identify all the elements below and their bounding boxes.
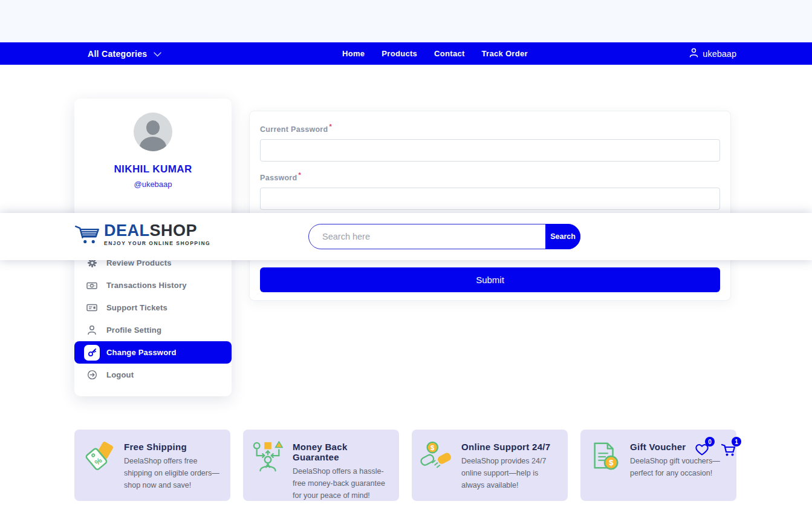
feature-title: Money Back Guarantee — [293, 442, 391, 462]
money-back-icon — [252, 437, 285, 494]
gift-voucher-icon: $ — [589, 437, 623, 494]
logo-wordmark: DEALSHOP — [104, 222, 210, 239]
user-icon — [84, 322, 100, 338]
wishlist-button[interactable]: 0 — [693, 440, 710, 457]
banknote-icon — [84, 278, 100, 293]
dealshop-logo[interactable]: DEALSHOP ENJOY YOUR ONLINE SHOPPING — [74, 222, 210, 249]
sidebar-item-label: Profile Setting — [106, 326, 161, 335]
feature-title: Free Shipping — [124, 442, 222, 452]
user-icon — [689, 48, 698, 59]
search-button[interactable]: Search — [545, 224, 580, 249]
current-password-field[interactable] — [260, 139, 720, 162]
avatar — [134, 113, 172, 151]
sidebar-item-label: Transactions History — [106, 281, 187, 290]
profile-name: NIKHIL KUMAR — [74, 163, 232, 175]
logo-text: DEALSHOP ENJOY YOUR ONLINE SHOPPING — [104, 222, 210, 246]
feature-text: DeelaShop gift vouchers—perfect for any … — [630, 455, 728, 479]
cart-button[interactable]: 1 — [720, 440, 737, 457]
required-asterisk: * — [329, 123, 332, 130]
support-icon: $ — [420, 437, 454, 494]
chevron-down-icon — [154, 49, 161, 59]
sidebar-item-label: Support Tickets — [106, 303, 167, 312]
current-password-label: Current Password* — [260, 125, 332, 134]
new-password-field[interactable] — [260, 188, 720, 210]
sidebar-item-transactions-history[interactable]: Transactions History — [74, 274, 232, 296]
required-asterisk: * — [298, 171, 301, 178]
search-bar: Search — [308, 224, 580, 249]
heart-icon — [693, 449, 710, 459]
cart-logo-icon — [74, 222, 101, 249]
nav-link-track-order[interactable]: Track Order — [482, 49, 528, 58]
profile-handle: @ukebaap — [74, 180, 232, 189]
all-categories-label: All Categories — [88, 49, 147, 59]
feature-card-free-shipping: % Free Shipping DeelaShop offers free sh… — [74, 430, 230, 501]
submit-button[interactable]: Submit — [260, 267, 720, 292]
main-navbar: All Categories Home Products Contact Tra… — [0, 42, 812, 65]
sidebar-item-label: Logout — [106, 370, 134, 379]
all-categories-dropdown[interactable]: All Categories — [88, 42, 161, 65]
feature-text: DeelaShop offers free shipping on eligib… — [124, 455, 222, 491]
sidebar-item-label: Change Password — [106, 348, 177, 357]
nav-link-home[interactable]: Home — [342, 49, 365, 58]
sidebar-item-profile-setting[interactable]: Profile Setting — [74, 319, 232, 341]
discount-tags-icon: % — [83, 437, 117, 494]
feature-title: Online Support 24/7 — [461, 442, 559, 452]
logout-icon — [84, 367, 100, 383]
nav-link-products[interactable]: Products — [382, 49, 417, 58]
wishlist-count-badge: 0 — [705, 437, 715, 447]
cart-icon — [720, 449, 737, 459]
nav-username: ukebaap — [703, 49, 736, 59]
svg-text:$: $ — [609, 458, 614, 467]
feature-card-online-support: $ Online Support 24/7 DeelaShop provides… — [412, 430, 568, 501]
sidebar-item-change-password[interactable]: Change Password — [74, 341, 232, 364]
page: All Categories Home Products Contact Tra… — [0, 0, 812, 530]
feature-card-money-back: Money Back Guarantee DeelaShop offers a … — [243, 430, 399, 501]
feature-text: DeelaShop offers a hassle-free money-bac… — [293, 465, 391, 502]
search-header-bar: DEALSHOP ENJOY YOUR ONLINE SHOPPING Sear… — [0, 213, 812, 260]
svg-text:$: $ — [430, 444, 435, 451]
nav-link-contact[interactable]: Contact — [434, 49, 465, 58]
logo-tagline: ENJOY YOUR ONLINE SHOPPING — [104, 240, 210, 246]
nav-user-menu[interactable]: ukebaap — [689, 42, 736, 65]
key-icon — [84, 345, 100, 361]
feature-text: DeelaShop provides 24/7 online support—h… — [461, 455, 559, 491]
cart-count-badge: 1 — [732, 437, 741, 447]
feature-cards: % Free Shipping DeelaShop offers free sh… — [74, 430, 736, 501]
new-password-label: Password* — [260, 171, 301, 182]
sidebar-item-support-tickets[interactable]: Support Tickets — [74, 296, 232, 319]
nav-links: Home Products Contact Track Order — [342, 42, 528, 65]
search-input[interactable] — [308, 224, 580, 249]
top-strip — [0, 0, 812, 42]
sidebar-item-logout[interactable]: Logout — [74, 364, 232, 386]
change-password-form: Current Password* Password* Submit — [249, 111, 731, 301]
ticket-icon — [84, 300, 100, 316]
